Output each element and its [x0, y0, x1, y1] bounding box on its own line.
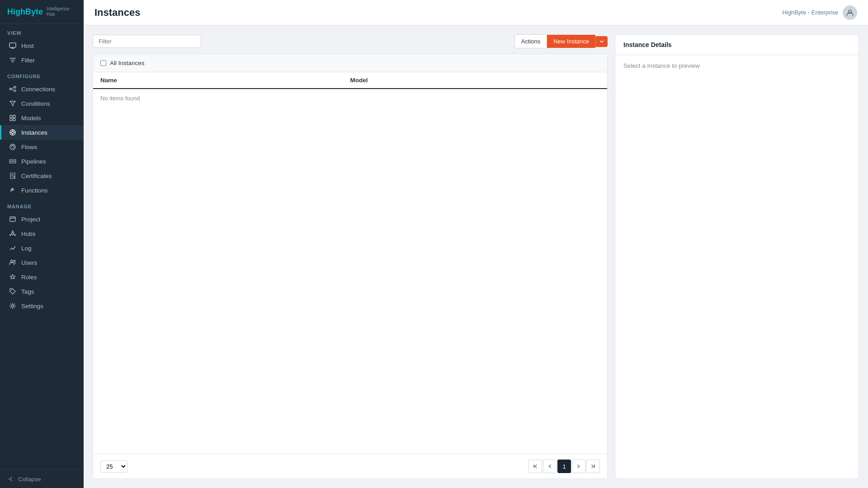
- sidebar-item-conditions[interactable]: Conditions: [0, 96, 84, 111]
- svg-point-4: [14, 86, 16, 88]
- sidebar: HighByte Intelligence Hub VIEW Host Filt…: [0, 0, 84, 488]
- page-size-select[interactable]: 25 10 50 100: [100, 460, 127, 473]
- hubs-icon: [9, 230, 17, 238]
- sidebar-item-label: Flows: [21, 144, 37, 150]
- sidebar-item-label: Project: [21, 216, 40, 223]
- collapse-button[interactable]: Collapse: [0, 469, 84, 488]
- logo-text: HighByte: [7, 7, 43, 17]
- sidebar-item-connections[interactable]: Connections: [0, 82, 84, 96]
- sidebar-item-functions[interactable]: Functions: [0, 183, 84, 197]
- user-avatar[interactable]: [843, 5, 857, 20]
- svg-point-23: [13, 177, 14, 178]
- sidebar-item-host[interactable]: Host: [0, 38, 84, 53]
- detail-panel: Instance Details Select a Instance to pr…: [615, 34, 859, 479]
- svg-point-5: [14, 90, 16, 92]
- sidebar-logo: HighByte Intelligence Hub: [0, 0, 84, 24]
- sidebar-item-label: Host: [21, 42, 34, 49]
- conditions-icon: [9, 99, 17, 108]
- user-label: HighByte - Enterprise: [782, 9, 838, 16]
- sidebar-item-label: Tags: [21, 288, 34, 295]
- sidebar-item-label: Connections: [21, 86, 55, 93]
- sidebar-item-filter[interactable]: Filter: [0, 53, 84, 67]
- filter-row: Actions New Instance: [93, 34, 608, 48]
- svg-rect-11: [13, 118, 15, 121]
- svg-point-35: [14, 260, 15, 262]
- new-instance-split-button[interactable]: [595, 36, 608, 47]
- sidebar-item-label: Users: [21, 259, 37, 266]
- sidebar-item-users[interactable]: Users: [0, 255, 84, 270]
- all-instances-label[interactable]: All Instances: [110, 60, 145, 66]
- svg-point-36: [11, 290, 12, 291]
- sidebar-item-pipelines[interactable]: Pipelines: [0, 154, 84, 169]
- svg-rect-19: [9, 160, 16, 161]
- sidebar-item-label: Settings: [21, 303, 43, 310]
- sidebar-item-roles[interactable]: Roles: [0, 270, 84, 284]
- flows-icon: [9, 143, 17, 151]
- tags-icon: [9, 287, 17, 296]
- actions-button[interactable]: Actions: [514, 34, 547, 48]
- actions-new-group: Actions New Instance: [514, 34, 608, 48]
- certificates-icon: [9, 172, 17, 180]
- all-instances-checkbox[interactable]: [100, 60, 106, 66]
- sidebar-item-hubs[interactable]: Hubs: [0, 226, 84, 241]
- page-1-button[interactable]: 1: [557, 460, 571, 473]
- svg-point-13: [12, 131, 14, 134]
- no-items-message: No items found: [100, 95, 140, 102]
- all-instances-row[interactable]: All Instances: [93, 54, 607, 72]
- filter-input[interactable]: [93, 35, 201, 48]
- last-page-icon: [591, 464, 595, 469]
- new-instance-button[interactable]: New Instance: [547, 35, 595, 48]
- topbar-right: HighByte - Enterprise: [782, 5, 857, 20]
- detail-panel-title: Instance Details: [615, 35, 859, 55]
- first-page-icon: [533, 464, 538, 469]
- sidebar-item-label: Conditions: [21, 100, 50, 107]
- col-name-header: Name: [100, 77, 350, 84]
- table-header: Name Model: [93, 72, 607, 89]
- sidebar-item-flows[interactable]: Flows: [0, 140, 84, 154]
- functions-icon: [9, 186, 17, 194]
- sidebar-item-label: Pipelines: [21, 158, 46, 165]
- detail-panel-empty-message: Select a Instance to preview: [615, 55, 859, 76]
- prev-page-button[interactable]: [543, 460, 557, 473]
- col-model-header: Model: [350, 77, 600, 84]
- sidebar-item-label: Instances: [21, 129, 47, 136]
- sidebar-item-instances[interactable]: Instances: [0, 125, 84, 140]
- left-panel: Actions New Instance All Instances Name: [93, 34, 608, 479]
- svg-rect-9: [13, 115, 15, 117]
- sidebar-item-models[interactable]: Models: [0, 111, 84, 125]
- svg-point-37: [12, 305, 14, 307]
- chevron-down-icon: [599, 39, 604, 44]
- svg-line-7: [11, 89, 14, 91]
- roles-icon: [9, 273, 17, 281]
- sidebar-item-label: Log: [21, 245, 32, 252]
- svg-line-32: [14, 234, 14, 235]
- content-area: Actions New Instance All Instances Name: [84, 25, 868, 488]
- svg-rect-10: [10, 118, 12, 121]
- table-body: No items found: [93, 89, 607, 454]
- sidebar-item-label: Models: [21, 115, 41, 122]
- first-page-button[interactable]: [528, 460, 542, 473]
- svg-rect-25: [10, 217, 15, 221]
- log-icon: [9, 244, 17, 252]
- last-page-button[interactable]: [586, 460, 600, 473]
- sidebar-item-settings[interactable]: Settings: [0, 299, 84, 313]
- svg-point-28: [12, 231, 14, 232]
- svg-point-27: [12, 233, 14, 235]
- user-icon: [846, 9, 854, 17]
- users-icon: [9, 258, 17, 267]
- svg-line-33: [11, 234, 12, 235]
- svg-rect-0: [9, 43, 16, 47]
- models-icon: [9, 114, 17, 122]
- svg-rect-8: [10, 115, 12, 117]
- sidebar-item-log[interactable]: Log: [0, 241, 84, 255]
- sidebar-item-project[interactable]: Project: [0, 212, 84, 226]
- page-title: Instances: [94, 7, 141, 19]
- next-page-icon: [576, 464, 581, 469]
- sidebar-item-certificates[interactable]: Certificates: [0, 169, 84, 183]
- pagination-buttons: 1: [528, 460, 600, 473]
- filter-icon: [9, 56, 17, 64]
- svg-line-6: [11, 88, 14, 89]
- sidebar-item-tags[interactable]: Tags: [0, 284, 84, 299]
- next-page-button[interactable]: [572, 460, 585, 473]
- host-icon: [9, 42, 17, 50]
